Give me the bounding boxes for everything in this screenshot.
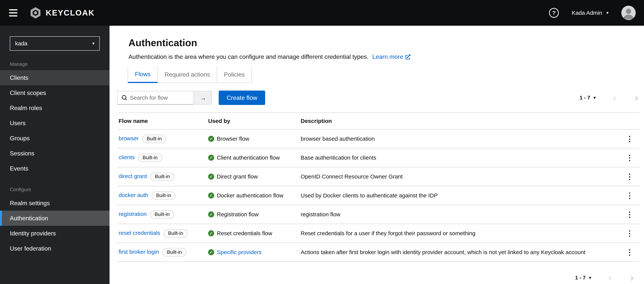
- pagination-prev-button[interactable]: ‹: [607, 273, 613, 282]
- table-row: browserBuilt-in ✓Browser flow browser ba…: [117, 129, 640, 148]
- flow-description: registration flow: [299, 205, 621, 224]
- used-by-text: Registration flow: [217, 211, 259, 218]
- flow-link[interactable]: first broker login: [118, 249, 159, 255]
- sidebar-item-authentication[interactable]: Authentication: [0, 211, 110, 226]
- chevron-down-icon: ▾: [589, 276, 591, 280]
- realm-selector[interactable]: kada ▾: [10, 36, 100, 51]
- search-submit-button[interactable]: →: [194, 91, 212, 105]
- kebab-menu-icon[interactable]: ⋮: [623, 153, 636, 162]
- flow-link[interactable]: reset credentials: [118, 230, 160, 236]
- hamburger-menu-icon[interactable]: [0, 0, 26, 26]
- pagination-range-dropdown[interactable]: 1 - 7 ▾: [580, 95, 596, 101]
- used-by-link[interactable]: Specific providers: [217, 249, 262, 255]
- learn-more-label: Learn more: [372, 53, 403, 60]
- column-used-by: Used by: [206, 113, 299, 129]
- table-row: first broker loginBuilt-in ✓Specific pro…: [117, 243, 640, 262]
- search-box: [117, 91, 194, 105]
- success-check-icon: ✓: [208, 155, 214, 161]
- chevron-down-icon: ▾: [594, 96, 596, 100]
- flow-link[interactable]: registration: [118, 211, 146, 217]
- flows-toolbar: → Create flow 1 - 7 ▾ ‹ ›: [117, 91, 640, 105]
- pagination-next-button[interactable]: ›: [629, 273, 635, 282]
- keycloak-logo: KEYCLOAK: [29, 6, 95, 20]
- pagination-next-button[interactable]: ›: [634, 93, 640, 102]
- user-name: Kada Admin: [572, 10, 602, 16]
- page-description: Authentication is the area where you can…: [128, 53, 368, 60]
- tab-required-actions[interactable]: Required actions: [158, 66, 217, 83]
- kebab-menu-icon[interactable]: ⋮: [623, 191, 636, 200]
- page-title: Authentication: [128, 37, 625, 48]
- nav-section-configure: Configure: [10, 187, 110, 192]
- kebab-menu-icon[interactable]: ⋮: [623, 229, 636, 238]
- help-icon[interactable]: ?: [549, 8, 559, 18]
- avatar[interactable]: [621, 6, 636, 20]
- flow-description: Used by Docker clients to authenticate a…: [299, 186, 621, 205]
- sidebar-item-clients[interactable]: Clients: [0, 70, 110, 85]
- pagination-range: 1 - 7: [580, 95, 590, 101]
- sidebar-item-label: Groups: [10, 135, 30, 142]
- column-actions: [621, 113, 640, 129]
- table-header-row: Flow name Used by Description: [117, 113, 640, 129]
- user-menu-button[interactable]: Kada Admin ▾: [572, 10, 608, 16]
- top-pagination: 1 - 7 ▾ ‹ ›: [580, 93, 640, 102]
- search-input[interactable]: [130, 95, 193, 101]
- sidebar-item-user-federation[interactable]: User federation: [0, 241, 110, 256]
- flow-description: Base authentication for clients: [299, 148, 621, 167]
- sidebar-item-label: Users: [10, 120, 26, 127]
- keycloak-admin-console: KEYCLOAK ? Kada Admin ▾ kada ▾ Manage Cl…: [0, 0, 644, 284]
- flow-link[interactable]: docker auth: [118, 192, 148, 198]
- flows-table: Flow name Used by Description browserBui…: [117, 113, 640, 262]
- chevron-down-icon: ▾: [606, 11, 608, 15]
- used-by-text: Docker authentication flow: [217, 192, 283, 199]
- sidebar-item-sessions[interactable]: Sessions: [0, 146, 110, 161]
- kebab-menu-icon[interactable]: ⋮: [623, 210, 636, 219]
- sidebar-item-groups[interactable]: Groups: [0, 131, 110, 146]
- table-row: docker authBuilt-in ✓Docker authenticati…: [117, 186, 640, 205]
- learn-more-link[interactable]: Learn more: [372, 53, 410, 60]
- used-by-text: Reset credentials flow: [217, 230, 272, 236]
- built-in-badge: Built-in: [150, 210, 174, 219]
- flow-link[interactable]: browser: [118, 135, 139, 141]
- kebab-menu-icon[interactable]: ⋮: [623, 172, 636, 181]
- column-description: Description: [299, 113, 621, 129]
- sidebar-item-users[interactable]: Users: [0, 116, 110, 131]
- flow-link[interactable]: direct grant: [118, 173, 147, 179]
- flow-description: OpenID Connect Resource Owner Grant: [299, 167, 621, 186]
- success-check-icon: ✓: [208, 192, 214, 198]
- sidebar-item-label: Realm roles: [10, 105, 42, 112]
- kebab-menu-icon[interactable]: ⋮: [623, 248, 636, 256]
- table-row: clientsBuilt-in ✓Client authentication f…: [117, 148, 640, 167]
- sidebar-nav: kada ▾ Manage Clients Client scopes Real…: [0, 26, 110, 284]
- success-check-icon: ✓: [208, 249, 214, 255]
- column-flow-name: Flow name: [117, 113, 206, 129]
- keycloak-logo-icon: [29, 6, 42, 20]
- sidebar-item-label: User federation: [10, 245, 51, 252]
- pagination-range: 1 - 7: [575, 275, 586, 281]
- sidebar-item-realm-roles[interactable]: Realm roles: [0, 100, 110, 116]
- success-check-icon: ✓: [208, 230, 214, 236]
- pagination-range-dropdown[interactable]: 1 - 7 ▾: [575, 275, 591, 281]
- success-check-icon: ✓: [208, 211, 214, 217]
- pagination-prev-button[interactable]: ‹: [612, 93, 618, 102]
- kebab-menu-icon[interactable]: ⋮: [623, 134, 636, 143]
- sidebar-item-identity-providers[interactable]: Identity providers: [0, 226, 110, 241]
- tab-policies[interactable]: Policies: [217, 66, 252, 83]
- table-row: direct grantBuilt-in ✓Direct grant flow …: [117, 167, 640, 186]
- nav-section-manage: Manage: [10, 61, 110, 67]
- success-check-icon: ✓: [208, 136, 214, 142]
- sidebar-item-events[interactable]: Events: [0, 161, 110, 176]
- success-check-icon: ✓: [208, 174, 214, 180]
- main-content: Authentication Authentication is the are…: [110, 26, 644, 284]
- built-in-badge: Built-in: [138, 154, 162, 162]
- sidebar-item-label: Sessions: [10, 150, 34, 157]
- flow-link[interactable]: clients: [118, 154, 135, 160]
- tab-flows[interactable]: Flows: [128, 66, 158, 83]
- used-by-text: Client authentication flow: [217, 154, 280, 161]
- search-icon: [122, 95, 127, 100]
- brand-text: KEYCLOAK: [46, 8, 95, 18]
- sidebar-item-client-scopes[interactable]: Client scopes: [0, 85, 110, 100]
- masthead: KEYCLOAK ? Kada Admin ▾: [0, 0, 644, 26]
- built-in-badge: Built-in: [152, 191, 176, 200]
- create-flow-button[interactable]: Create flow: [219, 91, 265, 105]
- sidebar-item-realm-settings[interactable]: Realm settings: [0, 195, 110, 211]
